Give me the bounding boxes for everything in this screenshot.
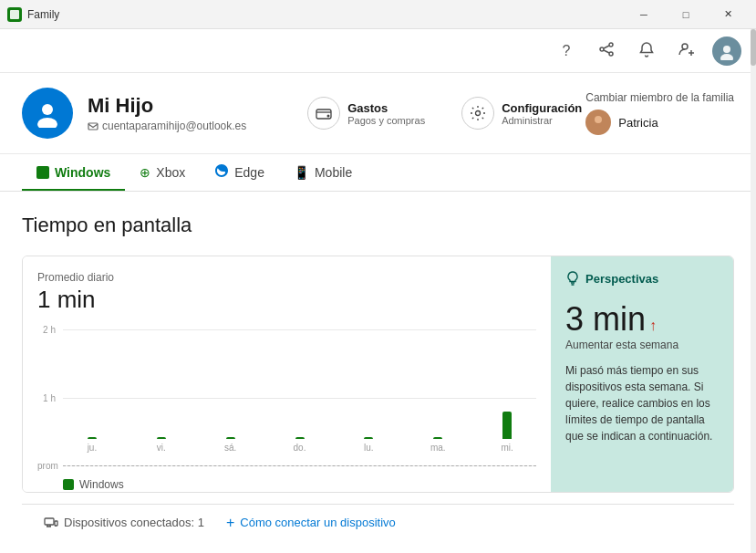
app-icon: [7, 7, 22, 22]
mobile-icon: 📱: [294, 165, 309, 180]
svg-point-15: [327, 115, 330, 118]
member-name: Patricia: [618, 116, 658, 130]
profile-email: cuentaparamihijo@outlook.es: [88, 120, 260, 132]
bar-sa: [226, 437, 235, 439]
help-button[interactable]: ?: [552, 37, 581, 66]
svg-rect-14: [316, 110, 331, 119]
add-person-icon: [678, 41, 695, 61]
gear-icon: [470, 105, 486, 121]
trend-arrow: ↑: [649, 318, 657, 334]
day-lu: lu.: [339, 437, 398, 453]
app-header: ?: [0, 29, 756, 73]
title-bar-title: Family: [27, 8, 623, 21]
avg-label: Promedio diario: [37, 271, 536, 284]
bar-vi: [157, 437, 166, 439]
chart-legend: Windows: [37, 471, 536, 493]
svg-point-9: [723, 46, 730, 53]
tab-mobile[interactable]: 📱 Mobile: [279, 156, 367, 191]
lightbulb-icon: [565, 271, 580, 286]
connect-device-link[interactable]: + Cómo conectar un dispositivo: [226, 515, 396, 531]
title-bar-controls: ─ □ ✕: [623, 0, 749, 29]
bell-icon: [638, 41, 655, 61]
svg-rect-13: [88, 123, 98, 130]
section-title: Tiempo en pantalla: [22, 214, 734, 237]
day-ju: ju.: [63, 437, 121, 453]
profile-section: Mi Hijo cuentaparamihijo@outlook.es: [0, 73, 756, 154]
user-avatar-header[interactable]: [712, 37, 741, 66]
chart-bars-area: ju. vi. sá. do.: [63, 334, 536, 453]
member-avatar: [585, 110, 611, 135]
page-body: Tiempo en pantalla Promedio diario 1 min…: [0, 192, 756, 553]
tab-windows[interactable]: Windows: [22, 156, 125, 191]
main-content: Mi Hijo cuentaparamihijo@outlook.es: [0, 73, 756, 553]
footer-bar: Dispositivos conectados: 1 + Cómo conect…: [22, 504, 734, 540]
title-bar: Family ─ □ ✕: [0, 0, 756, 29]
add-person-button[interactable]: [672, 37, 701, 66]
legend-dot-windows: [63, 479, 74, 490]
perspectivas-header: Perspectivas: [565, 271, 719, 286]
maximize-button[interactable]: □: [665, 0, 707, 29]
legend-label-windows: Windows: [79, 478, 124, 491]
day-ma: ma.: [409, 437, 467, 453]
wallet-icon: [316, 105, 332, 121]
config-icon: [461, 97, 494, 130]
chart-left: Promedio diario 1 min 2 h 1 h: [23, 256, 551, 492]
notifications-button[interactable]: [632, 37, 661, 66]
gastos-info: Gastos Pagos y compras: [347, 101, 425, 126]
bar-do: [295, 437, 305, 439]
scrollbar-thumb[interactable]: [751, 29, 756, 66]
svg-point-6: [682, 44, 688, 49]
avg-value: 1 min: [37, 286, 536, 314]
svg-point-2: [600, 47, 604, 51]
config-info: Configuración Administrar: [502, 101, 582, 126]
minimize-button[interactable]: ─: [623, 0, 665, 29]
monitor-icon: [44, 516, 58, 530]
svg-rect-19: [45, 518, 54, 525]
family-member-patricia[interactable]: Patricia: [585, 110, 658, 135]
email-icon: [88, 120, 98, 131]
gastos-action[interactable]: Gastos Pagos y compras: [304, 93, 429, 133]
svg-rect-0: [10, 10, 19, 19]
day-do: do.: [271, 437, 329, 453]
tab-xbox[interactable]: ⊕ Xbox: [125, 156, 200, 191]
bar-lu: [364, 437, 373, 439]
bar-ju: [88, 437, 97, 439]
grid-line-prom: prom: [37, 461, 536, 471]
svg-point-10: [720, 54, 733, 60]
profile-actions: Gastos Pagos y compras Configuración Adm…: [304, 93, 585, 133]
help-icon: ?: [563, 43, 571, 59]
share-icon: [598, 41, 615, 61]
perspectivas-sublabel: Aumentar esta semana: [565, 339, 719, 351]
svg-line-5: [604, 50, 609, 53]
day-mi: mi.: [478, 412, 536, 453]
profile-name: Mi Hijo: [88, 94, 260, 118]
svg-point-12: [37, 118, 57, 128]
svg-point-11: [42, 104, 53, 115]
xbox-icon: ⊕: [140, 165, 150, 180]
profile-info: Mi Hijo cuentaparamihijo@outlook.es: [88, 94, 260, 132]
bar-mi: [502, 412, 512, 439]
tab-edge[interactable]: Edge: [200, 154, 279, 192]
svg-point-16: [476, 111, 481, 116]
close-button[interactable]: ✕: [707, 0, 749, 29]
day-vi: vi.: [132, 437, 191, 453]
bar-ma: [433, 437, 442, 439]
perspectivas-desc: Mi pasó más tiempo en sus dispositivos e…: [565, 362, 719, 444]
scrollbar-track[interactable]: [751, 29, 756, 553]
family-switch: Cambiar miembro de la familia Patricia: [585, 91, 734, 135]
share-button[interactable]: [592, 37, 621, 66]
config-action[interactable]: Configuración Administrar: [458, 93, 585, 133]
svg-point-1: [609, 43, 613, 47]
plus-icon: +: [226, 515, 234, 531]
chart-container: Promedio diario 1 min 2 h 1 h: [22, 256, 734, 493]
nav-tabs: Windows ⊕ Xbox Edge 📱 Mobile: [0, 154, 756, 192]
svg-rect-20: [55, 521, 57, 526]
svg-line-4: [604, 46, 609, 48]
edge-icon: [214, 163, 229, 181]
svg-point-18: [591, 125, 606, 131]
perspectivas-panel: Perspectivas 3 min ↑ Aumentar esta seman…: [551, 256, 733, 492]
day-sa: sá.: [202, 437, 260, 453]
profile-avatar: [22, 88, 73, 139]
devices-link[interactable]: Dispositivos conectados: 1: [44, 516, 204, 530]
perspectivas-value: 3 min ↑: [565, 300, 719, 339]
